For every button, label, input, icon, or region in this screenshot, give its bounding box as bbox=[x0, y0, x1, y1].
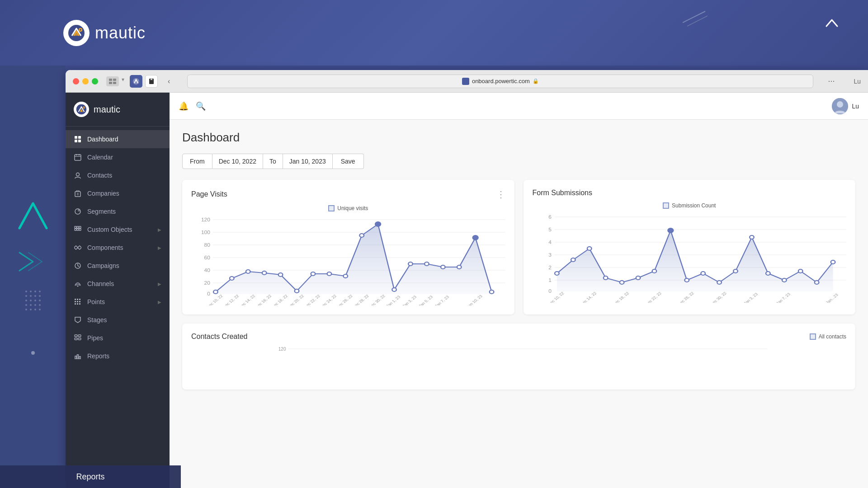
from-label: From bbox=[182, 154, 212, 169]
sidebar-logo: mautic bbox=[66, 93, 170, 127]
svg-rect-45 bbox=[78, 335, 81, 337]
layout-toggle[interactable] bbox=[106, 76, 119, 86]
svg-marker-64 bbox=[216, 224, 492, 294]
sidebar-label-dashboard: Dashboard bbox=[87, 136, 118, 143]
sidebar-item-pipes[interactable]: Pipes bbox=[66, 329, 170, 347]
sidebar-item-stages[interactable]: Stages bbox=[66, 311, 170, 329]
url-bar[interactable]: onboard.powertic.com 🔒 bbox=[187, 75, 813, 88]
submission-count-legend-label: Submission Count bbox=[672, 202, 716, 209]
svg-rect-16 bbox=[75, 155, 81, 160]
svg-point-80 bbox=[457, 265, 462, 269]
page-visits-menu[interactable]: ⋮ bbox=[496, 189, 505, 200]
sidebar-label-stages: Stages bbox=[87, 316, 107, 324]
sidebar-label-contacts: Contacts bbox=[87, 172, 112, 179]
scroll-top-button[interactable] bbox=[823, 14, 841, 33]
sidebar-item-dashboard[interactable]: Dashboard bbox=[66, 130, 170, 148]
svg-rect-12 bbox=[75, 136, 77, 139]
svg-text:Jan...23: Jan...23 bbox=[825, 293, 839, 303]
svg-text:120: 120 bbox=[201, 217, 210, 222]
from-date-input[interactable]: Dec 10, 2022 bbox=[212, 154, 263, 169]
svg-point-117 bbox=[619, 281, 624, 284]
page-visits-chart: 120 100 80 60 40 20 0 bbox=[191, 215, 505, 305]
save-button[interactable]: Save bbox=[333, 154, 364, 169]
sidebar-item-companies[interactable]: Companies bbox=[66, 184, 170, 202]
dashboard-icon bbox=[74, 135, 82, 143]
svg-text:Dec 12, 22: Dec 12, 22 bbox=[222, 294, 240, 305]
contacts-icon bbox=[74, 171, 82, 179]
svg-text:Jan 10, 23: Jan 10, 23 bbox=[466, 294, 483, 305]
sidebar-item-components[interactable]: Components ▶ bbox=[66, 239, 170, 257]
user-avatar[interactable] bbox=[832, 98, 848, 114]
svg-rect-46 bbox=[75, 338, 77, 340]
svg-line-3 bbox=[687, 16, 708, 26]
points-arrow: ▶ bbox=[158, 300, 161, 305]
sidebar-item-points[interactable]: Points ▶ bbox=[66, 293, 170, 311]
svg-text:Dec 26, 22: Dec 26, 22 bbox=[676, 291, 694, 303]
sidebar-item-custom-objects[interactable]: Custom Objects ▶ bbox=[66, 221, 170, 239]
maximize-button[interactable] bbox=[92, 78, 98, 84]
points-icon bbox=[74, 298, 82, 306]
svg-point-77 bbox=[408, 262, 413, 266]
to-label: To bbox=[263, 154, 283, 169]
ext-notion-icon[interactable] bbox=[145, 75, 158, 88]
all-contacts-legend-box bbox=[810, 333, 816, 340]
sidebar-label-components: Components bbox=[87, 244, 123, 251]
arrow-deco bbox=[15, 248, 51, 277]
svg-rect-14 bbox=[75, 140, 77, 142]
svg-point-123 bbox=[717, 281, 722, 284]
reports-icon bbox=[74, 352, 82, 360]
sidebar-item-calendar[interactable]: Calendar bbox=[66, 148, 170, 166]
url-favicon bbox=[462, 78, 469, 85]
svg-rect-42 bbox=[77, 303, 78, 305]
sidebar-label-reports: Reports bbox=[87, 352, 109, 360]
page-visits-legend: Unique visits bbox=[191, 205, 505, 211]
contacts-created-header: Contacts Created All contacts bbox=[191, 333, 846, 341]
sidebar-item-campaigns[interactable]: Campaigns bbox=[66, 257, 170, 275]
top-logo: mautic bbox=[63, 20, 146, 46]
svg-marker-112 bbox=[557, 230, 833, 291]
svg-rect-47 bbox=[78, 338, 81, 340]
svg-text:Jan 7, 23: Jan 7, 23 bbox=[775, 292, 791, 303]
svg-text:Dec 20, 22: Dec 20, 22 bbox=[287, 294, 305, 305]
ext-mautic-icon[interactable] bbox=[130, 75, 142, 88]
svg-rect-31 bbox=[74, 246, 78, 249]
components-icon bbox=[74, 244, 82, 252]
svg-text:80: 80 bbox=[204, 243, 210, 248]
sidebar-item-reports[interactable]: Reports bbox=[66, 347, 170, 365]
sidebar-nav: Dashboard Calendar Contacts bbox=[66, 127, 170, 488]
svg-text:Jan 3, 23: Jan 3, 23 bbox=[742, 292, 759, 303]
minimize-button[interactable] bbox=[82, 78, 89, 84]
svg-rect-5 bbox=[113, 79, 116, 81]
to-date-input[interactable]: Jan 10, 2023 bbox=[283, 154, 333, 169]
page-visits-card: Page Visits ⋮ Unique visits bbox=[182, 180, 514, 314]
svg-point-113 bbox=[555, 272, 559, 275]
svg-rect-7 bbox=[113, 82, 116, 84]
svg-point-34 bbox=[77, 286, 79, 287]
sidebar-label-channels: Channels bbox=[87, 280, 114, 287]
close-button[interactable] bbox=[73, 78, 79, 84]
search-button[interactable]: 🔍 bbox=[196, 101, 206, 111]
traffic-lights bbox=[73, 78, 98, 84]
svg-point-130 bbox=[830, 260, 835, 264]
svg-text:0: 0 bbox=[548, 289, 552, 294]
svg-point-78 bbox=[425, 262, 429, 266]
svg-point-82 bbox=[490, 290, 494, 294]
svg-rect-38 bbox=[75, 301, 76, 302]
user-initial: Lu bbox=[854, 78, 861, 85]
sidebar-item-segments[interactable]: Segments bbox=[66, 202, 170, 221]
sidebar-item-channels[interactable]: Channels ▶ bbox=[66, 275, 170, 293]
svg-text:1: 1 bbox=[548, 278, 552, 283]
more-button[interactable]: ··· bbox=[828, 76, 835, 86]
svg-rect-43 bbox=[79, 303, 80, 305]
user-name: Lu bbox=[852, 103, 859, 110]
svg-text:0: 0 bbox=[207, 291, 210, 296]
svg-text:Dec 18, 22: Dec 18, 22 bbox=[612, 291, 630, 303]
components-arrow: ▶ bbox=[158, 245, 161, 250]
svg-point-114 bbox=[571, 258, 576, 262]
dropdown-arrow[interactable]: ▾ bbox=[122, 76, 124, 86]
back-button[interactable]: ‹ bbox=[165, 75, 173, 87]
sidebar-label-segments: Segments bbox=[87, 208, 116, 215]
notifications-button[interactable]: 🔔 bbox=[179, 101, 189, 111]
sidebar-item-contacts[interactable]: Contacts bbox=[66, 166, 170, 184]
left-dots bbox=[25, 291, 41, 310]
